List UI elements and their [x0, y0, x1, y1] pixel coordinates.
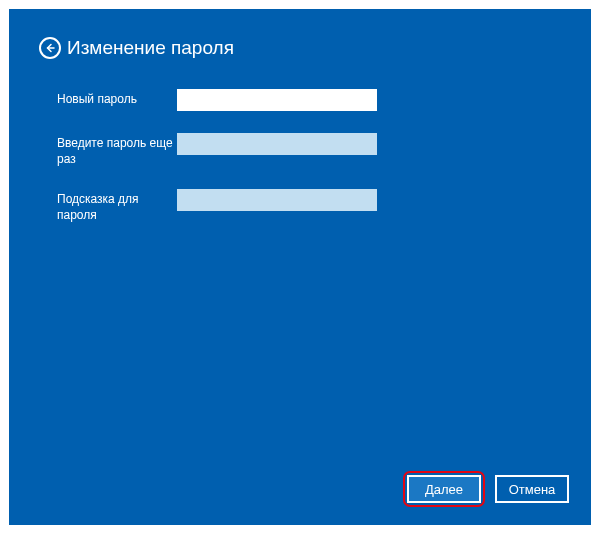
- row-new-password: Новый пароль: [57, 89, 537, 111]
- password-hint-input[interactable]: [177, 189, 377, 211]
- new-password-input[interactable]: [177, 89, 377, 111]
- next-button-highlight: Далее: [403, 471, 485, 507]
- arrow-left-icon: [44, 42, 56, 54]
- cancel-button[interactable]: Отмена: [495, 475, 569, 503]
- new-password-label: Новый пароль: [57, 89, 177, 107]
- row-confirm-password: Введите пароль еще раз: [57, 133, 537, 167]
- header: Изменение пароля: [39, 37, 234, 59]
- confirm-password-input[interactable]: [177, 133, 377, 155]
- button-bar: Далее Отмена: [403, 471, 569, 507]
- password-form: Новый пароль Введите пароль еще раз Подс…: [57, 89, 537, 245]
- change-password-window: Изменение пароля Новый пароль Введите па…: [9, 9, 591, 525]
- password-hint-label: Подсказка для пароля: [57, 189, 177, 223]
- row-password-hint: Подсказка для пароля: [57, 189, 537, 223]
- confirm-password-label: Введите пароль еще раз: [57, 133, 177, 167]
- page-title: Изменение пароля: [67, 37, 234, 59]
- back-button[interactable]: [39, 37, 61, 59]
- next-button[interactable]: Далее: [407, 475, 481, 503]
